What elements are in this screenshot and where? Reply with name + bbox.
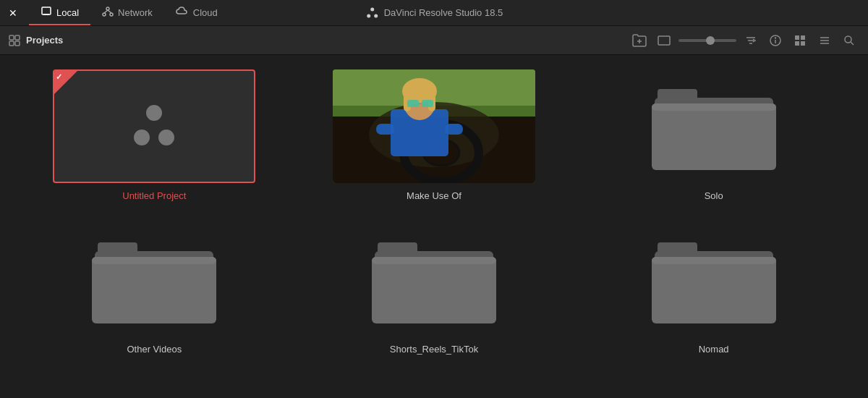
- projects-icon: [9, 35, 20, 46]
- svg-line-31: [851, 42, 854, 45]
- svg-rect-11: [15, 35, 20, 40]
- project-item-make-use-of[interactable]: Make Use Of: [309, 69, 560, 201]
- project-name-untitled: Untitled Project: [122, 190, 186, 201]
- project-name-solo: Solo: [705, 190, 723, 201]
- svg-rect-51: [445, 124, 463, 135]
- svg-point-7: [370, 7, 374, 11]
- svg-rect-24: [801, 35, 805, 40]
- local-icon: [41, 6, 52, 20]
- svg-rect-26: [801, 41, 805, 46]
- svg-point-22: [775, 38, 776, 38]
- project-name-make-use-of: Make Use Of: [407, 190, 461, 201]
- svg-rect-0: [42, 7, 51, 14]
- project-thumbnail-shorts: [333, 223, 535, 336]
- svg-point-4: [110, 13, 113, 16]
- project-name-nomad: Nomad: [699, 344, 729, 355]
- svg-rect-47: [407, 100, 419, 107]
- project-name-shorts: Shorts_Reels_TikTok: [390, 344, 478, 355]
- svg-rect-16: [658, 36, 670, 45]
- svg-rect-59: [92, 257, 216, 264]
- svg-rect-10: [9, 35, 14, 40]
- svg-rect-54: [652, 103, 776, 170]
- folder-solo-icon: [649, 76, 779, 177]
- projects-grid: Untitled Project: [29, 69, 839, 355]
- project-thumbnail-other-videos: [53, 223, 255, 336]
- svg-rect-66: [652, 257, 776, 323]
- svg-rect-12: [9, 41, 14, 46]
- content-area: Untitled Project: [0, 55, 868, 398]
- project-item-nomad[interactable]: Nomad: [588, 223, 839, 355]
- svg-rect-58: [92, 257, 216, 323]
- svg-rect-48: [422, 100, 433, 107]
- toolbar: Projects: [0, 26, 868, 55]
- zoom-slider[interactable]: [678, 39, 736, 42]
- svg-point-8: [367, 14, 370, 17]
- close-button[interactable]: ✕: [0, 0, 26, 26]
- info-button[interactable]: [765, 30, 786, 51]
- zoom-slider-thumb: [706, 36, 715, 45]
- svg-rect-25: [795, 41, 799, 46]
- svg-rect-62: [372, 257, 496, 323]
- svg-rect-55: [652, 103, 776, 111]
- project-thumbnail-solo: [613, 69, 815, 183]
- titlebar: ✕ Local Network: [0, 0, 868, 26]
- resolve-logo-icon: [129, 101, 179, 152]
- svg-point-2: [106, 7, 109, 10]
- sort-button[interactable]: [741, 30, 761, 51]
- project-item-untitled[interactable]: Untitled Project: [29, 69, 280, 201]
- network-icon: [102, 6, 114, 20]
- svg-rect-1: [43, 14, 49, 15]
- tab-local-label: Local: [56, 7, 79, 18]
- project-thumbnail-untitled: [53, 69, 255, 183]
- new-folder-button[interactable]: [629, 30, 650, 51]
- svg-rect-23: [795, 35, 799, 40]
- tab-cloud-label: Cloud: [193, 7, 218, 18]
- svg-rect-63: [372, 257, 496, 264]
- svg-point-30: [845, 36, 851, 43]
- selected-badge: [54, 71, 77, 94]
- list-view-button[interactable]: [814, 30, 835, 51]
- toolbar-right: [629, 30, 859, 51]
- cloud-icon: [176, 7, 189, 19]
- project-item-shorts[interactable]: Shorts_Reels_TikTok: [309, 223, 560, 355]
- tab-network-label: Network: [118, 7, 153, 18]
- project-item-solo[interactable]: Solo: [588, 69, 839, 201]
- svg-line-5: [104, 10, 108, 13]
- svg-point-34: [158, 130, 174, 145]
- svg-rect-13: [15, 41, 20, 46]
- tab-cloud[interactable]: Cloud: [164, 0, 229, 25]
- search-button[interactable]: [839, 30, 859, 51]
- section-label: Projects: [26, 35, 63, 46]
- project-thumbnail-nomad: [613, 223, 815, 336]
- svg-line-6: [108, 10, 111, 13]
- view-toggle-button[interactable]: [654, 30, 674, 51]
- grid-view-button[interactable]: [790, 30, 810, 51]
- folder-other-videos-icon: [89, 229, 219, 331]
- folder-shorts-icon: [369, 229, 499, 331]
- svg-point-3: [103, 13, 106, 16]
- project-item-other-videos[interactable]: Other Videos: [29, 223, 280, 355]
- project-thumbnail-make-use-of: [333, 69, 535, 183]
- svg-point-32: [146, 105, 162, 121]
- app-title: DaVinci Resolve Studio 18.5: [365, 6, 503, 20]
- video-thumbnail-svg: [333, 69, 535, 183]
- svg-rect-50: [376, 124, 394, 135]
- nav-tabs: Local Network Cloud: [29, 0, 229, 25]
- toolbar-left: Projects: [9, 35, 624, 46]
- folder-nomad-icon: [649, 229, 779, 331]
- tab-network[interactable]: Network: [90, 0, 164, 25]
- svg-point-33: [134, 130, 150, 145]
- project-name-other-videos: Other Videos: [127, 344, 182, 355]
- svg-point-9: [374, 14, 378, 17]
- svg-rect-67: [652, 257, 776, 264]
- tab-local[interactable]: Local: [29, 0, 90, 25]
